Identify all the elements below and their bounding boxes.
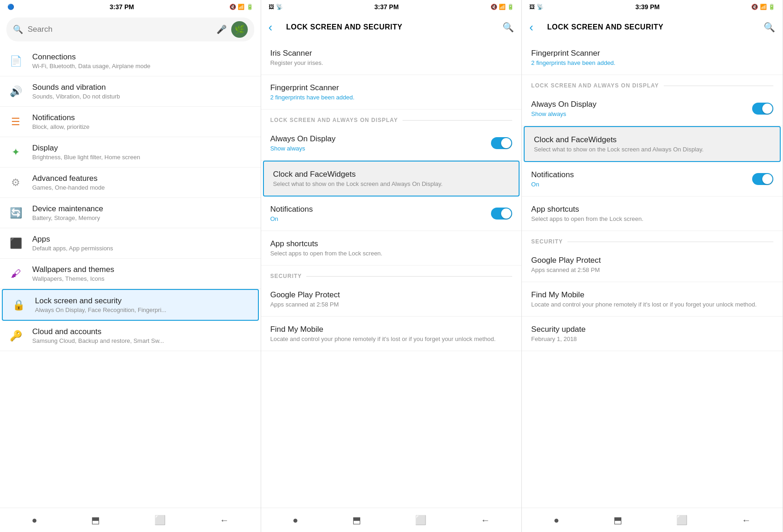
cloud-label: Cloud and accounts [32, 327, 164, 336]
find-mobile2-title: Find My Mobile [531, 290, 757, 300]
panel-lock-screen: 🖼 📡 3:37 PM 🔇 📶 🔋 ‹ LOCK SCREEN AND SECU… [261, 0, 522, 532]
google-play-title: Google Play Protect [270, 290, 340, 300]
sidebar-item-display[interactable]: ✦ Display Brightness, Blue light filter,… [0, 137, 261, 168]
connections-text: Connections Wi-Fi, Bluetooth, Data usage… [32, 52, 151, 69]
overview-button-3[interactable]: ⬜ [676, 515, 688, 526]
notifications3-sub: On [531, 181, 574, 188]
recents-button-1[interactable]: ⬒ [91, 515, 100, 526]
back-button-1[interactable]: ← [220, 515, 229, 526]
display-label: Display [32, 144, 140, 153]
section-header-lock-3: LOCK SCREEN AND ALWAYS ON DISPLAY [522, 75, 783, 92]
security-update-text: Security update February 1, 2018 [531, 325, 585, 342]
sidebar-item-cloud[interactable]: 🔑 Cloud and accounts Samsung Cloud, Back… [0, 321, 261, 351]
avatar[interactable]: 🌿 [231, 21, 248, 38]
notifications2-text: Notifications On [270, 205, 313, 222]
sidebar-item-wallpapers[interactable]: 🖌 Wallpapers and themes Wallpapers, Them… [0, 259, 261, 289]
sidebar-item-advanced[interactable]: ⚙ Advanced features Games, One-handed mo… [0, 168, 261, 198]
settings-item-always-on2[interactable]: Always On Display Show always [522, 92, 783, 126]
home-button-1[interactable]: ● [32, 515, 37, 526]
device-label: Device maintenance [32, 204, 103, 214]
sidebar-item-device[interactable]: 🔄 Device maintenance Battery, Storage, M… [0, 198, 261, 228]
settings-item-notifications3[interactable]: Notifications On [522, 162, 783, 197]
home-button-2[interactable]: ● [292, 515, 298, 526]
fingerprint2-sub: 2 fingerprints have been added. [531, 59, 615, 66]
app-shortcuts-text: App shortcuts Select apps to open from t… [270, 239, 383, 257]
search-input[interactable] [28, 25, 212, 34]
time-2: 3:37 PM [374, 3, 399, 11]
google-play2-text: Google Play Protect Apps scanned at 2:58… [531, 256, 601, 273]
apps-icon: ⬛ [7, 235, 24, 252]
sidebar-item-lockscreen[interactable]: 🔒 Lock screen and security Always On Dis… [2, 289, 259, 321]
clock-face2-sub: Select what to show on the Lock screen a… [534, 146, 703, 153]
device-text: Device maintenance Battery, Storage, Mem… [32, 204, 103, 221]
fingerprint2-title: Fingerprint Scanner [531, 49, 615, 58]
notifications-label: Notifications [32, 113, 89, 122]
sidebar-item-notifications[interactable]: ☰ Notifications Block, allow, prioritize [0, 107, 261, 137]
overview-button-1[interactable]: ⬜ [154, 515, 166, 526]
status-bar-1: 🔵 3:37 PM 🔇 📶 🔋 [0, 0, 261, 14]
notifications3-title: Notifications [531, 170, 574, 179]
settings-item-clock-face2[interactable]: Clock and FaceWidgets Select what to sho… [524, 126, 781, 162]
google-play2-sub: Apps scanned at 2:58 PM [531, 266, 601, 273]
back-icon-3[interactable]: ‹ [529, 20, 533, 35]
status-left-icons-2: 🖼 📡 [269, 4, 283, 10]
settings-item-google-play[interactable]: Google Play Protect Apps scanned at 2:58… [261, 282, 522, 317]
panel-settings-menu: 🔵 3:37 PM 🔇 📶 🔋 🔍 🎤 🌿 📄 Connections Wi-F… [0, 0, 261, 532]
display-text: Display Brightness, Blue light filter, H… [32, 144, 140, 161]
fingerprint2-text: Fingerprint Scanner 2 fingerprints have … [531, 49, 615, 66]
search-icon-3[interactable]: 🔍 [764, 22, 775, 33]
settings-item-app-shortcuts[interactable]: App shortcuts Select apps to open from t… [261, 231, 522, 266]
search-icon: 🔍 [13, 24, 23, 35]
sounds-text: Sounds and vibration Sounds, Vibration, … [32, 83, 120, 100]
cloud-icon: 🔑 [7, 328, 24, 344]
status-right-icons-1: 🔇 📶 🔋 [229, 4, 253, 10]
back-button-3[interactable]: ← [742, 515, 751, 526]
wallpapers-icon: 🖌 [7, 266, 24, 282]
always-on2-toggle[interactable] [752, 103, 773, 115]
iris-text: Iris Scanner Register your irises. [270, 49, 323, 66]
recents-button-3[interactable]: ⬒ [614, 515, 622, 526]
settings-item-notifications2[interactable]: Notifications On [261, 197, 522, 231]
settings-item-clock-face[interactable]: Clock and FaceWidgets Select what to sho… [263, 161, 520, 197]
settings-item-fingerprint2[interactable]: Fingerprint Scanner 2 fingerprints have … [522, 40, 783, 75]
connections-label: Connections [32, 52, 151, 62]
sidebar-item-sounds[interactable]: 🔊 Sounds and vibration Sounds, Vibration… [0, 76, 261, 107]
notifications-text: Notifications Block, allow, prioritize [32, 113, 89, 130]
notifications2-toggle[interactable] [491, 208, 512, 220]
back-icon-2[interactable]: ‹ [269, 20, 273, 35]
iris-sub: Register your irises. [270, 59, 323, 66]
find-mobile2-text: Find My Mobile Locate and control your p… [531, 290, 757, 308]
always-on-toggle[interactable] [491, 137, 512, 149]
settings-item-app-shortcuts2[interactable]: App shortcuts Select apps to open from t… [522, 197, 783, 231]
settings-item-find-mobile[interactable]: Find My Mobile Locate and control your p… [261, 317, 522, 351]
google-play2-title: Google Play Protect [531, 256, 601, 265]
sidebar-item-connections[interactable]: 📄 Connections Wi-Fi, Bluetooth, Data usa… [0, 46, 261, 76]
overview-button-2[interactable]: ⬜ [415, 515, 427, 526]
sounds-label: Sounds and vibration [32, 83, 120, 92]
advanced-label: Advanced features [32, 174, 105, 183]
notifications-sublabel: Block, allow, prioritize [32, 123, 89, 130]
mic-icon[interactable]: 🎤 [216, 24, 227, 35]
settings-item-find-mobile2[interactable]: Find My Mobile Locate and control your p… [522, 282, 783, 317]
sidebar-item-apps[interactable]: ⬛ Apps Default apps, App permissions [0, 228, 261, 259]
settings-item-always-on[interactable]: Always On Display Show always [261, 126, 522, 161]
settings-item-fingerprint[interactable]: Fingerprint Scanner 2 fingerprints have … [261, 75, 522, 110]
advanced-text: Advanced features Games, One-handed mode [32, 174, 105, 191]
home-button-3[interactable]: ● [554, 515, 559, 526]
bottom-nav-3: ● ⬒ ⬜ ← [522, 508, 783, 532]
bt-icon-2: 📡 [276, 4, 283, 10]
nav-header-2: ‹ LOCK SCREEN AND SECURITY 🔍 [261, 14, 522, 40]
back-button-2[interactable]: ← [481, 515, 490, 526]
settings-item-security-update[interactable]: Security update February 1, 2018 [522, 317, 783, 351]
search-bar[interactable]: 🔍 🎤 🌿 [6, 17, 254, 41]
settings-item-google-play2[interactable]: Google Play Protect Apps scanned at 2:58… [522, 248, 783, 282]
device-icon: 🔄 [7, 205, 24, 221]
notifications3-toggle[interactable] [752, 173, 773, 185]
search-icon-2[interactable]: 🔍 [503, 22, 514, 33]
settings-item-iris[interactable]: Iris Scanner Register your irises. [261, 40, 522, 75]
bluetooth-icon: 🔵 [7, 4, 14, 10]
status-bar-3: 🖼 📡 3:39 PM 🔇 📶 🔋 [522, 0, 783, 14]
app-shortcuts2-sub: Select apps to open from the Lock screen… [531, 215, 643, 222]
recents-button-2[interactable]: ⬒ [352, 515, 361, 526]
section-header-security-2: SECURITY [261, 266, 522, 282]
